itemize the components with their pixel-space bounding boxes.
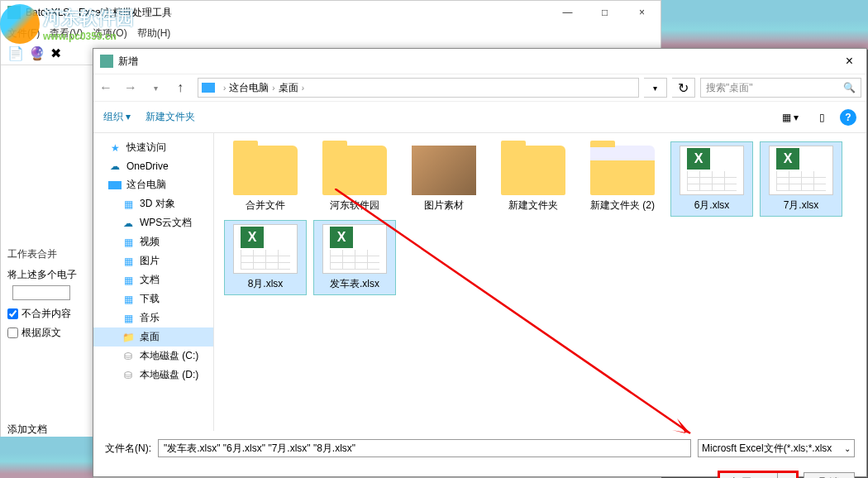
- tree-item[interactable]: ▦文档: [93, 270, 213, 289]
- nav-back-button[interactable]: ←: [93, 75, 118, 100]
- chevron-right-icon: ›: [302, 84, 304, 93]
- tree-item-label: 文档: [140, 273, 160, 287]
- preview-pane-button[interactable]: ▯: [808, 108, 835, 127]
- disk-icon: ⛁: [122, 350, 135, 363]
- dialog-titlebar[interactable]: 新增 ×: [93, 49, 866, 74]
- watermark: 河东软件园 www.pc0359.cn: [0, 4, 134, 44]
- blue-icon: ▦: [122, 274, 135, 287]
- bg-label-1: 将上述多个电子: [7, 268, 89, 282]
- tree-item-label: WPS云文档: [140, 216, 192, 230]
- nav-path-dropdown[interactable]: ▾: [644, 78, 667, 98]
- chevron-down-icon: ⌄: [844, 444, 851, 453]
- breadcrumb-pc[interactable]: 这台电脑: [229, 81, 269, 95]
- tree-item-label: 图片: [140, 254, 160, 268]
- file-name-label: 合并文件: [228, 198, 303, 213]
- open-button-label: 打开(O): [720, 473, 778, 478]
- cancel-button[interactable]: 取消: [804, 472, 855, 478]
- watermark-url: www.pc0359.cn: [43, 31, 134, 42]
- file-item[interactable]: 新建文件夹 (2): [581, 141, 664, 217]
- xlsx-icon: X: [233, 224, 298, 274]
- file-name-label: 新建文件夹 (2): [585, 198, 660, 213]
- dialog-close-button[interactable]: ×: [839, 54, 860, 69]
- open-button[interactable]: 打开(O) ▼: [719, 472, 797, 478]
- file-item[interactable]: 新建文件夹: [492, 141, 575, 217]
- tree-item-label: 3D 对象: [140, 197, 175, 211]
- blue-icon: ▦: [122, 236, 135, 249]
- folder-preview-icon: [590, 146, 655, 195]
- filename-input[interactable]: [158, 439, 691, 457]
- tree-item-label: 桌面: [140, 330, 160, 344]
- file-item[interactable]: X8月.xlsx: [224, 220, 307, 295]
- organize-button[interactable]: 组织 ▾: [103, 110, 131, 124]
- file-item[interactable]: 河东软件园: [313, 141, 396, 217]
- file-item[interactable]: X6月.xlsx: [670, 141, 753, 217]
- view-mode-button[interactable]: ▦ ▾: [777, 108, 804, 127]
- pc-icon: [202, 83, 215, 93]
- bg-input-1[interactable]: [12, 285, 70, 300]
- filename-row: 文件名(N): Microsft Excel文件(*.xls;*.xlsx ⌄: [93, 431, 866, 466]
- bg-max-button[interactable]: □: [586, 1, 623, 24]
- new-folder-button[interactable]: 新建文件夹: [145, 110, 195, 124]
- blue-icon: ▦: [122, 312, 135, 325]
- tree-item-label: 这台电脑: [126, 178, 166, 192]
- search-icon[interactable]: 🔍: [843, 82, 856, 93]
- tree-item[interactable]: ☁OneDrive: [93, 157, 213, 175]
- bg-tool-icon-2[interactable]: 🔮: [29, 45, 45, 62]
- tree-item[interactable]: ▦音乐: [93, 308, 213, 327]
- bg-min-button[interactable]: —: [549, 1, 586, 24]
- tree-item-label: 下载: [140, 292, 160, 306]
- tree-item[interactable]: 📁桌面: [93, 327, 213, 347]
- tree-item[interactable]: 这台电脑: [93, 175, 213, 194]
- tree-item[interactable]: ★快速访问: [93, 138, 213, 157]
- chevron-right-icon: ›: [223, 84, 226, 93]
- breadcrumb[interactable]: › 这台电脑 › 桌面 ›: [198, 78, 639, 98]
- cloud-icon: ☁: [108, 160, 122, 173]
- file-item[interactable]: 合并文件: [224, 141, 307, 217]
- tree-item[interactable]: ▦视频: [93, 232, 213, 251]
- cloud-icon: ☁: [122, 217, 135, 230]
- bg-checkbox-1[interactable]: 不合并内容: [7, 307, 89, 321]
- xlsx-icon: X: [769, 146, 833, 195]
- tree-item-label: 视频: [140, 235, 160, 249]
- search-input[interactable]: 搜索"桌面" 🔍: [700, 78, 861, 98]
- file-open-dialog: 新增 × ← → ▾ ↑ › 这台电脑 › 桌面 › ▾ ↻ 搜索"桌面" 🔍 …: [93, 48, 867, 477]
- dialog-icon: [100, 55, 113, 68]
- bg-tool-icon-3[interactable]: ✖: [50, 45, 67, 62]
- filetype-select[interactable]: Microsft Excel文件(*.xls;*.xlsx ⌄: [698, 439, 855, 457]
- help-button[interactable]: ?: [840, 109, 856, 126]
- nav-recent-button[interactable]: ▾: [143, 75, 168, 100]
- blue-icon: ▦: [122, 255, 135, 268]
- xlsx-icon: X: [680, 146, 744, 195]
- dialog-title: 新增: [118, 55, 138, 69]
- search-placeholder: 搜索"桌面": [706, 81, 753, 95]
- file-item[interactable]: X7月.xlsx: [760, 141, 842, 217]
- dialog-nav: ← → ▾ ↑ › 这台电脑 › 桌面 › ▾ ↻ 搜索"桌面" 🔍: [93, 74, 866, 102]
- bg-left-panel: 工作表合并 将上述多个电子 不合并内容 根据原文: [1, 241, 96, 351]
- breadcrumb-desktop[interactable]: 桌面: [279, 81, 298, 95]
- tree-item[interactable]: ▦下载: [93, 289, 213, 308]
- file-item[interactable]: X发车表.xlsx: [313, 220, 396, 295]
- folder-icon: 📁: [122, 331, 135, 344]
- folder-tree[interactable]: ★快速访问☁OneDrive这台电脑▦3D 对象☁WPS云文档▦视频▦图片▦文档…: [93, 133, 214, 431]
- bg-tool-icon-1[interactable]: 📄: [7, 45, 24, 62]
- dialog-toolbar: 组织 ▾ 新建文件夹 ▦ ▾ ▯ ?: [93, 102, 866, 133]
- file-name-label: 7月.xlsx: [764, 198, 838, 213]
- blue-icon: ▦: [122, 293, 135, 306]
- bg-checkbox-2[interactable]: 根据原文: [7, 326, 89, 340]
- bg-close-button[interactable]: ×: [623, 1, 661, 24]
- tree-item-label: OneDrive: [126, 160, 169, 172]
- file-list[interactable]: 合并文件河东软件园图片素材新建文件夹新建文件夹 (2)X6月.xlsxX7月.x…: [214, 133, 866, 431]
- file-item[interactable]: 图片素材: [403, 141, 485, 217]
- file-name-label: 新建文件夹: [496, 198, 570, 213]
- tree-item[interactable]: ▦3D 对象: [93, 194, 213, 213]
- tree-item[interactable]: ⛁本地磁盘 (D:): [93, 366, 213, 385]
- nav-forward-button: →: [118, 75, 143, 100]
- xlsx-icon: X: [322, 224, 387, 274]
- nav-up-button[interactable]: ↑: [168, 75, 193, 100]
- watermark-logo-icon: [0, 4, 40, 44]
- menu-help[interactable]: 帮助(H): [137, 26, 171, 41]
- tree-item[interactable]: ▦图片: [93, 251, 213, 270]
- tree-item[interactable]: ☁WPS云文档: [93, 213, 213, 232]
- nav-refresh-button[interactable]: ↻: [672, 78, 695, 98]
- tree-item[interactable]: ⛁本地磁盘 (C:): [93, 347, 213, 366]
